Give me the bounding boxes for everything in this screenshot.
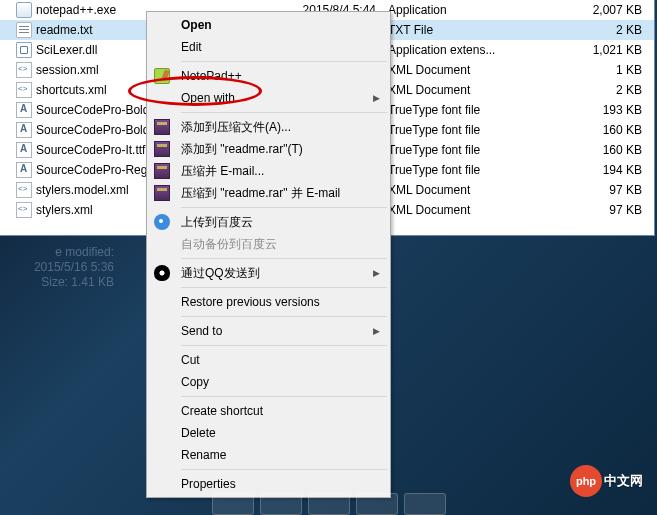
php-logo-icon: php [570, 465, 602, 497]
dock-item[interactable] [356, 493, 398, 515]
taskbar-dock [212, 493, 446, 515]
file-size: 97 KB [528, 183, 654, 197]
modified-label: e modified: [55, 245, 114, 259]
menu-label: Properties [175, 477, 388, 491]
submenu-arrow-icon: ▶ [373, 93, 380, 103]
file-icon [16, 122, 32, 138]
menu-label: Cut [175, 353, 388, 367]
menu-label: Open with [175, 91, 388, 105]
menu-item[interactable]: Send to▶ [149, 320, 388, 342]
menu-label: Rename [175, 448, 388, 462]
menu-separator [181, 469, 387, 470]
menu-separator [181, 61, 387, 62]
menu-label: Open [175, 18, 388, 32]
menu-item[interactable]: Open [149, 14, 388, 36]
file-size: 97 KB [528, 203, 654, 217]
menu-item[interactable]: 压缩并 E-mail... [149, 160, 388, 182]
menu-item[interactable]: 添加到压缩文件(A)... [149, 116, 388, 138]
file-icon [16, 202, 32, 218]
menu-label: Send to [175, 324, 388, 338]
badge-text: 中文网 [604, 472, 643, 490]
menu-item[interactable]: Edit [149, 36, 388, 58]
i-rar-icon [149, 163, 175, 179]
file-type: XML Document [388, 203, 528, 217]
menu-label: Restore previous versions [175, 295, 388, 309]
menu-label: 上传到百度云 [175, 214, 388, 231]
menu-item[interactable]: 压缩到 "readme.rar" 并 E-mail [149, 182, 388, 204]
file-size: 193 KB [528, 103, 654, 117]
file-type: TXT File [388, 23, 528, 37]
file-size: 1,021 KB [528, 43, 654, 57]
submenu-arrow-icon: ▶ [373, 268, 380, 278]
file-icon [16, 82, 32, 98]
menu-label: NotePad++ [175, 69, 388, 83]
file-type: Application extens... [388, 43, 528, 57]
file-type: TrueType font file [388, 103, 528, 117]
file-type: Application [388, 3, 528, 17]
menu-label: 压缩并 E-mail... [175, 163, 388, 180]
file-type: XML Document [388, 83, 528, 97]
menu-separator [181, 112, 387, 113]
menu-label: 压缩到 "readme.rar" 并 E-mail [175, 185, 388, 202]
menu-separator [181, 345, 387, 346]
file-icon [16, 62, 32, 78]
menu-item[interactable]: Properties [149, 473, 388, 495]
menu-item[interactable]: 上传到百度云 [149, 211, 388, 233]
menu-item[interactable]: Delete [149, 422, 388, 444]
menu-separator [181, 396, 387, 397]
file-icon [16, 182, 32, 198]
menu-item[interactable]: Restore previous versions [149, 291, 388, 313]
file-size: 194 KB [528, 163, 654, 177]
menu-label: 添加到压缩文件(A)... [175, 119, 388, 136]
file-size: 160 KB [528, 123, 654, 137]
i-np-icon [149, 68, 175, 84]
i-bd-icon [149, 214, 175, 230]
file-size: 1 KB [528, 63, 654, 77]
menu-label: Create shortcut [175, 404, 388, 418]
file-type: XML Document [388, 63, 528, 77]
menu-item[interactable]: Open with▶ [149, 87, 388, 109]
menu-item[interactable]: Rename [149, 444, 388, 466]
context-menu[interactable]: OpenEditNotePad++Open with▶添加到压缩文件(A)...… [146, 11, 391, 498]
file-size: 160 KB [528, 143, 654, 157]
menu-label: 通过QQ发送到 [175, 265, 388, 282]
i-rar-icon [149, 185, 175, 201]
menu-label: 添加到 "readme.rar"(T) [175, 141, 388, 158]
size-label: Size: [41, 275, 68, 289]
menu-separator [181, 207, 387, 208]
menu-item[interactable]: 添加到 "readme.rar"(T) [149, 138, 388, 160]
file-icon [16, 162, 32, 178]
i-qq-icon [149, 265, 175, 281]
menu-label: 自动备份到百度云 [175, 236, 388, 253]
file-icon [16, 142, 32, 158]
file-icon [16, 22, 32, 38]
menu-separator [181, 258, 387, 259]
menu-item[interactable]: Create shortcut [149, 400, 388, 422]
menu-separator [181, 316, 387, 317]
file-type: TrueType font file [388, 143, 528, 157]
file-size: 2,007 KB [528, 3, 654, 17]
file-icon [16, 42, 32, 58]
watermark-badge: php 中文网 [570, 465, 643, 497]
file-type: TrueType font file [388, 123, 528, 137]
file-icon [16, 2, 32, 18]
file-size: 2 KB [528, 23, 654, 37]
menu-item[interactable]: 通过QQ发送到▶ [149, 262, 388, 284]
dock-item[interactable] [260, 493, 302, 515]
dock-item[interactable] [308, 493, 350, 515]
menu-label: Edit [175, 40, 388, 54]
menu-item[interactable]: NotePad++ [149, 65, 388, 87]
menu-item: 自动备份到百度云 [149, 233, 388, 255]
details-pane: e modified: 2015/5/16 5:36 Size: 1.41 KB [0, 245, 114, 290]
file-type: XML Document [388, 183, 528, 197]
menu-label: Copy [175, 375, 388, 389]
modified-value: 2015/5/16 5:36 [34, 260, 114, 274]
menu-separator [181, 287, 387, 288]
i-rar-icon [149, 141, 175, 157]
dock-item[interactable] [212, 493, 254, 515]
menu-item[interactable]: Copy [149, 371, 388, 393]
size-value: 1.41 KB [71, 275, 114, 289]
dock-item[interactable] [404, 493, 446, 515]
file-icon [16, 102, 32, 118]
menu-item[interactable]: Cut [149, 349, 388, 371]
